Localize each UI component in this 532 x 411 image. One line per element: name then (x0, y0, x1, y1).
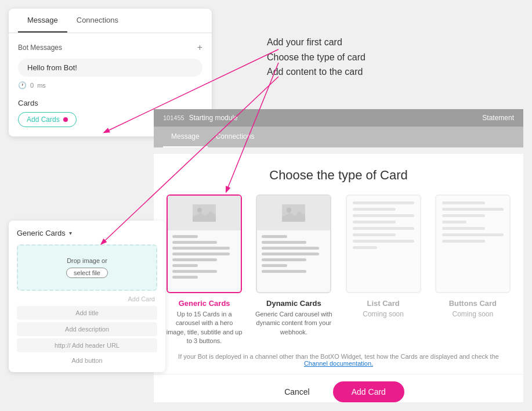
buttons-card-preview (435, 194, 511, 293)
preview-line-5 (172, 258, 217, 261)
info-text: If your Bot is deployed in a channel oth… (154, 346, 523, 374)
bpl-2 (442, 208, 504, 211)
list-card-preview (346, 194, 421, 293)
lpl-6 (353, 233, 396, 236)
generic-cards-header: Generic Cards ▾ (17, 229, 157, 237)
annotation-line-1: Add your first card (267, 35, 365, 50)
card-types-row: Generic Cards Up to 15 Cards in a carous… (154, 194, 523, 346)
module-tab-message[interactable]: Message (163, 127, 208, 147)
dynamic-preview-lines (257, 230, 330, 292)
channel-doc-link[interactable]: Channel documentation. (304, 360, 373, 367)
generic-cards-title: Generic Cards (17, 229, 66, 237)
add-card-placeholder: Add Card (17, 295, 157, 302)
bot-panel-tab-bar: Message Connections (9, 9, 212, 33)
preview-image-placeholder-2 (257, 196, 330, 230)
add-cards-label: Add Cards (27, 116, 60, 124)
add-cards-dot (63, 117, 68, 122)
bot-messages-section: Bot Messages + (18, 42, 202, 53)
lpl-2 (353, 208, 396, 211)
bpl-3 (442, 214, 485, 217)
add-card-button[interactable]: Add Card (333, 381, 404, 402)
preview-lines (168, 230, 241, 292)
bot-messages-label: Bot Messages (18, 44, 62, 52)
list-card-name: List Card (367, 299, 399, 308)
cards-label: Cards (18, 99, 202, 107)
select-file-button[interactable]: select file (66, 268, 108, 278)
preview-line-2 (172, 241, 217, 244)
preview-line-3 (172, 247, 230, 250)
list-preview-lines (347, 196, 420, 292)
message-bubble: Hello from Bot! (18, 59, 202, 77)
image-upload-zone[interactable]: Drop image or select file (17, 244, 157, 291)
module-type: Statement (482, 114, 514, 122)
lpl-3 (353, 214, 414, 217)
annotation-line-3: Add content to the card (267, 64, 365, 80)
add-button-row[interactable]: Add button (17, 357, 157, 364)
clock-icon: 🕐 (18, 81, 27, 89)
add-message-button[interactable]: + (197, 42, 202, 53)
bpl-4 (442, 221, 466, 223)
lpl-5 (353, 227, 414, 230)
preview-image-placeholder (168, 196, 241, 230)
card-type-buttons: Buttons Card Coming soon (434, 194, 512, 346)
generic-cards-panel: Generic Cards ▾ Drop image or select fil… (9, 221, 165, 372)
svg-point-1 (197, 208, 202, 212)
cancel-button[interactable]: Cancel (273, 383, 321, 401)
list-coming-soon: Coming soon (363, 310, 404, 318)
dpl-1 (262, 235, 287, 238)
add-description-input[interactable]: Add description (17, 322, 157, 336)
drop-image-text: Drop image or (67, 257, 107, 264)
bpl-1 (442, 201, 485, 204)
add-title-input[interactable]: Add title (17, 306, 157, 320)
buttons-card-name: Buttons Card (449, 299, 497, 308)
generic-card-desc: Up to 15 Cards in a carousel with a hero… (165, 310, 243, 346)
module-tabs-bar: Message Connections (154, 127, 523, 147)
time-value: 0 (30, 82, 34, 89)
bpl-7 (442, 240, 485, 243)
bpl-6 (442, 233, 504, 236)
image-icon-2 (282, 204, 305, 222)
dynamic-card-name: Dynamic Cards (266, 299, 321, 308)
dpl-2 (262, 241, 306, 244)
preview-line-4 (172, 253, 230, 255)
dynamic-card-desc: Generic Card carousel with dynamic conte… (255, 310, 332, 337)
module-bar-left: 101455 Starting module (163, 114, 238, 122)
dpl-3 (262, 247, 319, 250)
card-type-modal: Choose the type of Card (154, 154, 523, 402)
modal-title: Choose the type of Card (154, 154, 523, 194)
tab-connections[interactable]: Connections (67, 9, 128, 33)
module-name: Starting module (189, 114, 238, 122)
card-type-dynamic[interactable]: Dynamic Cards Generic Card carousel with… (255, 194, 332, 346)
lpl-7 (353, 240, 414, 243)
dpl-5 (262, 258, 306, 261)
preview-line-7 (172, 270, 217, 273)
dpl-4 (262, 253, 319, 255)
lpl-1 (353, 201, 414, 204)
generic-card-name: Generic Cards (179, 299, 230, 308)
modal-footer: Cancel Add Card (154, 374, 523, 411)
tab-message[interactable]: Message (18, 9, 67, 33)
dpl-7 (262, 270, 306, 273)
lpl-8 (353, 246, 377, 249)
preview-line-6 (172, 264, 198, 267)
annotation-line-2: Choose the type of card (267, 50, 365, 65)
dpl-6 (262, 264, 287, 267)
preview-line-1 (172, 235, 198, 238)
time-unit: ms (37, 82, 46, 89)
bpl-5 (442, 227, 485, 230)
image-icon (193, 204, 216, 222)
annotations: Add your first card Choose the type of c… (267, 35, 365, 80)
buttons-preview-lines (436, 196, 509, 292)
chevron-down-icon: ▾ (69, 230, 72, 236)
module-tab-connections[interactable]: Connections (208, 127, 263, 147)
lpl-4 (353, 221, 396, 223)
time-row: 🕐 0 ms (18, 81, 202, 89)
add-cards-button[interactable]: Add Cards (18, 112, 77, 127)
info-text-main: If your Bot is deployed in a channel oth… (178, 353, 499, 360)
buttons-coming-soon: Coming soon (453, 310, 494, 318)
preview-line-8 (172, 276, 198, 279)
card-type-generic[interactable]: Generic Cards Up to 15 Cards in a carous… (165, 194, 243, 346)
svg-point-3 (287, 208, 291, 212)
add-header-url-input[interactable]: http:// Add header URL (17, 338, 157, 352)
generic-card-preview (167, 194, 242, 293)
